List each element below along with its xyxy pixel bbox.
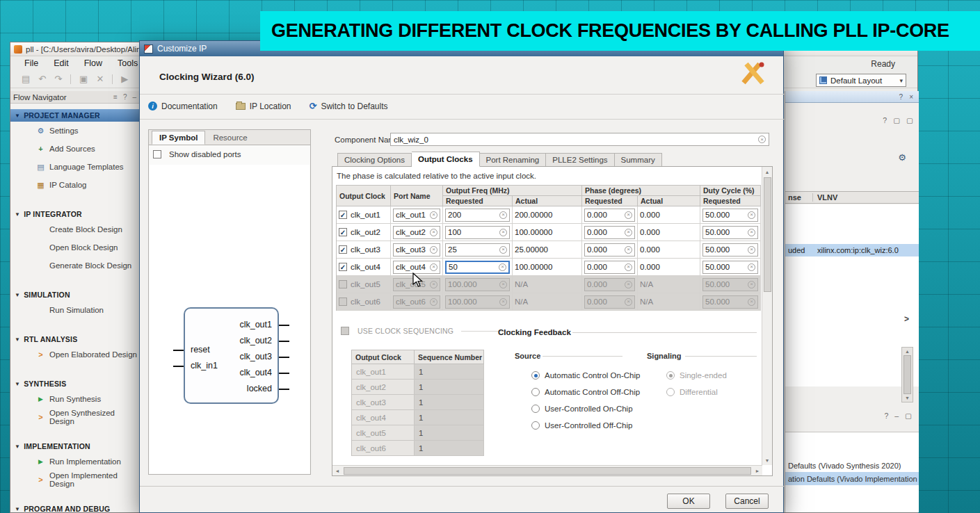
duty-requested-field[interactable]: 50.000× (702, 226, 758, 239)
clear-icon[interactable]: × (499, 246, 507, 254)
duty-requested-field[interactable]: 50.000× (702, 261, 758, 274)
clear-icon[interactable]: × (430, 211, 437, 219)
sidebar-item-create-block-design[interactable]: Create Block Design (10, 220, 139, 238)
ok-button[interactable]: OK (667, 494, 710, 509)
duty-requested-field[interactable]: 50.000× (702, 243, 758, 256)
radio-icon[interactable] (531, 388, 540, 396)
port-name-field[interactable]: clk_out3× (393, 243, 440, 256)
sidebar-item-language-templates[interactable]: ▤ Language Templates (10, 158, 139, 176)
sidebar-section-ip-integrator[interactable]: ▼ IP INTEGRATOR (10, 208, 139, 220)
port-name-field[interactable]: clk_out4× (393, 261, 440, 274)
switch-to-defaults-link[interactable]: ⟳ Switch to Defaults (310, 101, 388, 111)
clk-out4-checkbox[interactable]: ✓ (339, 263, 347, 271)
panel-scrollbar[interactable]: ▲ ▼ (901, 347, 913, 402)
float-icon[interactable]: ▢ (893, 116, 900, 124)
redo-icon[interactable]: ↷ (54, 74, 62, 84)
sidebar-section-synthesis[interactable]: ▼ SYNTHESIS (10, 377, 139, 390)
scroll-thumb[interactable] (903, 355, 911, 394)
delete-icon[interactable]: ✕ (96, 74, 104, 84)
scroll-down-icon[interactable]: ▼ (905, 396, 910, 400)
radio-user-on-chip[interactable]: User-Controlled On-Chip (531, 405, 633, 413)
clear-icon[interactable]: × (625, 246, 632, 254)
radio-icon[interactable] (531, 371, 540, 380)
sidebar-item-open-block-design[interactable]: Open Block Design (10, 238, 139, 256)
clear-icon[interactable]: × (499, 229, 507, 236)
radio-auto-on-chip[interactable]: Automatic Control On-Chip (531, 371, 640, 380)
vertical-scrollbar[interactable]: ▲ ▼ (762, 167, 772, 465)
maximize-icon[interactable]: ▢ (906, 116, 913, 124)
settings-gear-icon[interactable]: ⚙ (898, 152, 906, 163)
scroll-thumb[interactable] (344, 467, 751, 475)
tab-clocking-options[interactable]: Clocking Options (337, 153, 412, 167)
sidebar-section-project-manager[interactable]: ▼ PROJECT MANAGER (10, 109, 139, 122)
clk-out5-checkbox[interactable] (339, 280, 347, 288)
clk-out1-checkbox[interactable]: ✓ (339, 211, 347, 219)
tab-output-clocks[interactable]: Output Clocks (412, 152, 480, 167)
save-icon[interactable]: ▤ (22, 74, 30, 84)
copy-icon[interactable]: ▣ (79, 74, 88, 84)
help-icon[interactable]: ? (883, 116, 887, 124)
clear-icon[interactable]: × (499, 211, 507, 219)
help-icon[interactable]: ? (123, 93, 127, 101)
phase-requested-field[interactable]: 0.000× (584, 261, 635, 274)
clear-icon[interactable]: × (430, 263, 437, 271)
component-name-field[interactable]: clk_wiz_0 × (390, 133, 769, 146)
clear-icon[interactable]: × (499, 263, 506, 271)
minimize-icon[interactable]: – (894, 412, 899, 420)
sidebar-item-ip-catalog[interactable]: ▦ IP Catalog (10, 176, 139, 194)
menu-icon[interactable]: ≡ (113, 93, 118, 101)
tab-summary[interactable]: Summary (615, 153, 662, 167)
minimize-icon[interactable]: – (132, 93, 136, 101)
sidebar-item-open-synthesized-design[interactable]: > Open Synthesized Design (10, 408, 139, 426)
clk-out3-checkbox[interactable]: ✓ (339, 245, 347, 254)
undo-icon[interactable]: ↶ (38, 74, 46, 84)
tab-ip-symbol[interactable]: IP Symbol (152, 131, 205, 145)
freq-requested-field[interactable]: 200× (445, 209, 510, 222)
ip-location-link[interactable]: IP Location (236, 101, 291, 111)
radio-icon[interactable] (531, 421, 540, 430)
radio-user-off-chip[interactable]: User-Controlled Off-Chip (531, 421, 632, 430)
expand-chevron-icon[interactable]: > (904, 314, 909, 324)
radio-icon[interactable] (531, 405, 540, 413)
phase-requested-field[interactable]: 0.000× (584, 243, 635, 256)
sidebar-item-run-simulation[interactable]: Run Simulation (10, 301, 139, 319)
use-clock-sequencing[interactable]: USE CLOCK SEQUENCING (341, 327, 515, 335)
port-name-field[interactable]: clk_out1× (393, 209, 440, 222)
sidebar-item-open-elaborated-design[interactable]: > Open Elaborated Design (10, 345, 139, 364)
horizontal-scrollbar[interactable]: ◄ ► (332, 465, 762, 475)
clear-icon[interactable]: × (625, 229, 632, 236)
tab-resource[interactable]: Resource (205, 131, 255, 145)
synthesis-defaults-row[interactable]: Defaults (Vivado Synthesis 2020) (785, 459, 919, 472)
duty-requested-field[interactable]: 50.000× (702, 209, 758, 222)
clear-icon[interactable]: × (430, 246, 437, 254)
radio-auto-off-chip[interactable]: Automatic Control Off-Chip (531, 388, 640, 396)
clear-icon[interactable]: × (625, 263, 632, 271)
freq-requested-field[interactable]: 100× (445, 226, 510, 239)
menu-edit[interactable]: Edit (54, 58, 69, 68)
sidebar-item-add-sources[interactable]: + Add Sources (10, 140, 139, 158)
clk-out2-checkbox[interactable]: ✓ (339, 228, 347, 236)
documentation-link[interactable]: i Documentation (148, 101, 218, 111)
clear-icon[interactable]: × (748, 229, 755, 236)
scroll-left-icon[interactable]: ◄ (332, 469, 342, 473)
help-icon[interactable]: ? (899, 93, 903, 101)
close-icon[interactable]: × (909, 93, 913, 101)
clear-icon[interactable]: × (748, 211, 755, 219)
cancel-button[interactable]: Cancel (725, 494, 769, 509)
show-disabled-checkbox[interactable] (153, 150, 161, 158)
run-icon[interactable]: ▶ (121, 74, 128, 84)
layout-selector[interactable]: Default Layout ▾ (816, 74, 906, 87)
scroll-thumb[interactable] (764, 177, 771, 292)
scroll-up-icon[interactable]: ▲ (765, 167, 770, 177)
sidebar-section-simulation[interactable]: ▼ SIMULATION (10, 288, 139, 301)
clear-icon[interactable]: × (748, 263, 755, 271)
clear-icon[interactable]: × (748, 246, 755, 254)
column-vlnv[interactable]: VLNV (813, 193, 837, 202)
sequencing-checkbox[interactable] (341, 327, 349, 335)
ip-row-selected[interactable]: uded xilinx.com:ip:clk_wiz:6.0 (785, 244, 919, 256)
clear-icon[interactable]: × (758, 136, 766, 143)
implementation-defaults-row[interactable]: ation Defaults (Vivado Implementation 2 (785, 472, 919, 485)
freq-requested-field[interactable]: 25× (445, 243, 510, 256)
maximize-icon[interactable]: ▢ (905, 412, 912, 420)
sidebar-item-settings[interactable]: ⚙ Settings (10, 122, 139, 140)
